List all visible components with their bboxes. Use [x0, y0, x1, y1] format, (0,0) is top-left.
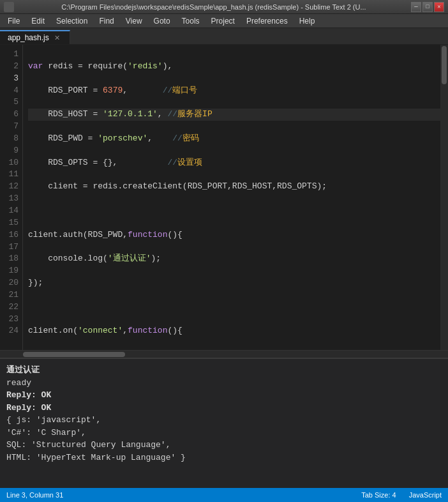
status-tab-size: Tab Size: 4 — [361, 491, 396, 499]
line-num-24: 24 — [5, 325, 19, 337]
code-line-8: client.auth(RDS_PWD,function(){ — [28, 229, 443, 241]
line-num-10: 10 — [5, 157, 19, 169]
line-num-17: 17 — [5, 241, 19, 254]
console-output: 通过认证 ready Reply: OK Reply: OK { js: 'ja… — [0, 358, 448, 488]
tab-app-hash[interactable]: app_hash.js ✕ — [0, 30, 70, 44]
line-num-22: 22 — [5, 301, 19, 314]
menu-preferences[interactable]: Preferences — [241, 15, 293, 27]
line-num-8: 8 — [5, 133, 19, 145]
console-line-4: Reply: OK — [6, 402, 442, 415]
console-line-6: 'C#': 'C Sharp', — [6, 427, 442, 439]
line-num-9: 9 — [5, 145, 19, 157]
console-line-7: SQL: 'Structured Query Language', — [6, 439, 442, 452]
minimize-button[interactable]: ─ — [411, 2, 421, 12]
code-line-1: var redis = require('redis'), — [28, 61, 443, 73]
menu-goto[interactable]: Goto — [149, 15, 175, 27]
code-line-7 — [28, 205, 443, 217]
code-line-9: console.log('通过认证'); — [28, 253, 443, 265]
line-num-16: 16 — [5, 229, 19, 241]
editor-vertical-scrollbar[interactable] — [440, 45, 448, 358]
main-container: 1 2 3 4 5 6 7 8 9 10 11 12 13 14 15 16 1… — [0, 45, 448, 488]
window-controls[interactable]: ─ □ ✕ — [411, 2, 444, 12]
menu-selection[interactable]: Selection — [51, 15, 93, 27]
status-right: Tab Size: 4 JavaScript — [361, 491, 442, 499]
line-num-21: 21 — [5, 289, 19, 301]
line-num-4: 4 — [5, 85, 19, 97]
window-title: C:\Program Files\nodejs\workspace\redisS… — [17, 3, 411, 11]
menu-bar: File Edit Selection Find View Goto Tools… — [0, 14, 448, 28]
console-line-2: ready — [6, 377, 442, 390]
scroll-thumb[interactable] — [442, 46, 447, 84]
menu-edit[interactable]: Edit — [26, 15, 50, 27]
editor-horizontal-scrollbar[interactable] — [0, 350, 448, 358]
status-position: Line 3, Column 31 — [6, 491, 63, 499]
line-num-5: 5 — [5, 96, 19, 109]
menu-file[interactable]: File — [3, 15, 25, 27]
line-num-12: 12 — [5, 181, 19, 193]
line-num-18: 18 — [5, 253, 19, 265]
close-button[interactable]: ✕ — [434, 2, 444, 12]
h-scroll-thumb[interactable] — [23, 352, 125, 357]
line-num-23: 23 — [5, 314, 19, 326]
code-line-10: }); — [28, 277, 443, 289]
app-icon — [4, 2, 14, 12]
status-language: JavaScript — [409, 491, 442, 499]
code-line-12: client.on('connect',function(){ — [28, 325, 443, 337]
line-num-20: 20 — [5, 277, 19, 289]
tab-bar: app_hash.js ✕ — [0, 28, 448, 45]
line-num-7: 7 — [5, 121, 19, 133]
status-bar: Line 3, Column 31 Tab Size: 4 JavaScript — [0, 488, 448, 502]
code-content[interactable]: var redis = require('redis'), RDS_PORT =… — [23, 45, 448, 358]
line-num-1: 1 — [5, 49, 19, 61]
console-line-8: HTML: 'HyperText Mark-up Language' } — [6, 452, 442, 464]
menu-help[interactable]: Help — [294, 15, 320, 27]
line-numbers: 1 2 3 4 5 6 7 8 9 10 11 12 13 14 15 16 1… — [0, 45, 23, 358]
line-num-2: 2 — [5, 61, 19, 73]
line-num-13: 13 — [5, 193, 19, 205]
code-line-3: RDS_HOST = '127.0.1.1', //服务器IP — [28, 109, 443, 121]
menu-find[interactable]: Find — [94, 15, 119, 27]
console-line-5: { js: 'javascript', — [6, 414, 442, 427]
code-line-2: RDS_PORT = 6379, //端口号 — [28, 85, 443, 97]
tab-label: app_hash.js — [8, 33, 49, 42]
code-line-11 — [28, 301, 443, 314]
code-line-5: RDS_OPTS = {}, //设置项 — [28, 157, 443, 169]
editor-wrapper: 1 2 3 4 5 6 7 8 9 10 11 12 13 14 15 16 1… — [0, 45, 448, 358]
line-num-15: 15 — [5, 217, 19, 229]
menu-project[interactable]: Project — [206, 15, 240, 27]
tab-close-button[interactable]: ✕ — [53, 33, 62, 42]
line-num-19: 19 — [5, 265, 19, 277]
console-line-1: 通过认证 — [6, 364, 442, 377]
menu-view[interactable]: View — [121, 15, 147, 27]
editor-area[interactable]: 1 2 3 4 5 6 7 8 9 10 11 12 13 14 15 16 1… — [0, 45, 448, 358]
line-num-14: 14 — [5, 205, 19, 217]
line-num-6: 6 — [5, 109, 19, 121]
line-num-3: 3 — [5, 73, 19, 85]
code-line-4: RDS_PWD = 'porschev', //密码 — [28, 133, 443, 145]
title-bar: C:\Program Files\nodejs\workspace\redisS… — [0, 0, 448, 14]
line-num-11: 11 — [5, 169, 19, 181]
menu-tools[interactable]: Tools — [177, 15, 205, 27]
maximize-button[interactable]: □ — [422, 2, 433, 12]
code-line-6: client = redis.createClient(RDS_PORT,RDS… — [28, 181, 443, 193]
console-line-3: Reply: OK — [6, 389, 442, 402]
